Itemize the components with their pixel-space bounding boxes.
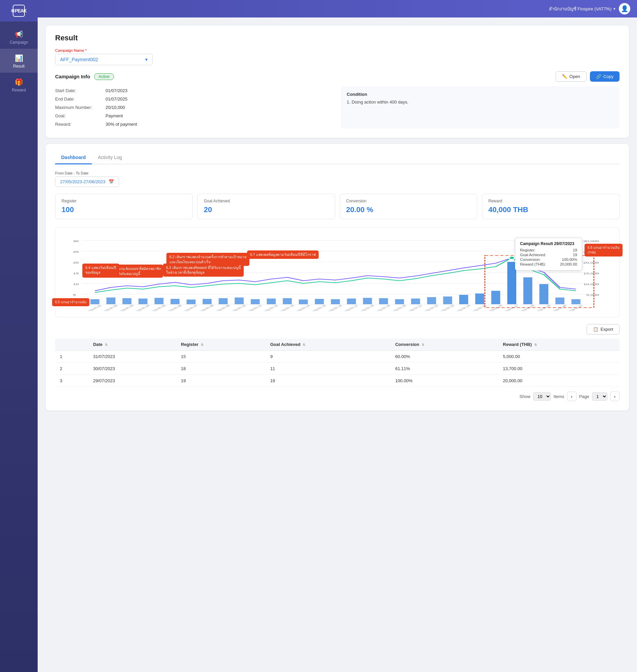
svg-text:2023-07-11: 2023-07-11 <box>246 304 262 311</box>
svg-rect-26 <box>186 299 196 304</box>
svg-rect-34 <box>315 299 324 304</box>
svg-text:2023-07-13: 2023-07-13 <box>278 304 295 311</box>
logo-text: PEAK <box>15 8 26 14</box>
max-number-label: Maximum Number: <box>55 103 106 112</box>
svg-text:30,000: 30,000 <box>583 240 599 243</box>
svg-text:2023-07-06: 2023-07-06 <box>166 304 183 311</box>
stat-goal-achieved: Goal Achieved 20 <box>197 194 335 219</box>
annotation-4: 6.4 แสดงวัน/เดือน/ปีของข้อมูล <box>83 264 119 277</box>
svg-text:2023-07-16: 2023-07-16 <box>326 304 343 311</box>
cell-conversion: 100.00% <box>390 375 498 387</box>
table-row: 3 29/07/2023 19 19 100.00% 20,000.00 <box>55 375 620 387</box>
goal-value: Payment <box>106 112 334 120</box>
status-badge: Active <box>94 73 114 80</box>
sidebar-item-result[interactable]: 📊 Result <box>0 49 38 73</box>
svg-text:15: 15 <box>73 272 79 275</box>
sort-date-icon: ⇅ <box>105 343 108 347</box>
start-date-label: Start Date: <box>55 86 106 95</box>
cell-goal-achieved: 9 <box>266 351 390 363</box>
cell-goal-achieved: 19 <box>266 375 390 387</box>
col-register[interactable]: Register ⇅ <box>176 339 266 351</box>
svg-rect-33 <box>299 299 308 304</box>
reward-icon: 🎁 <box>15 78 23 86</box>
date-picker[interactable]: 27/05/2023-27/06/2023 📅 <box>55 177 119 187</box>
svg-text:2023-07-23: 2023-07-23 <box>438 304 455 311</box>
svg-text:2023-07-20: 2023-07-20 <box>390 304 407 311</box>
svg-rect-27 <box>203 299 212 304</box>
svg-rect-44 <box>475 293 485 304</box>
svg-text:5: 5 <box>73 293 76 296</box>
open-icon: ✏️ <box>562 74 567 79</box>
svg-text:2023-07-22: 2023-07-22 <box>422 304 439 311</box>
max-number-value: 20/10,000 <box>106 103 334 112</box>
reward-label-info: Reward: <box>55 120 106 128</box>
avatar[interactable]: 👤 <box>619 3 630 15</box>
campaign-info-left: Start Date: 01/07/2023 End Date: 01/07/2… <box>55 86 334 128</box>
cell-goal-achieved: 11 <box>266 363 390 375</box>
svg-text:2023-07-09: 2023-07-09 <box>214 304 231 311</box>
cell-reward: 20,000.00 <box>498 375 620 387</box>
open-button[interactable]: ✏️ Open <box>556 71 587 82</box>
cell-conversion: 60.00% <box>390 351 498 363</box>
svg-rect-20 <box>90 299 99 304</box>
company-name[interactable]: สำนักงานบัญชี Finspire (VAT7%) ▾ <box>549 5 616 13</box>
page-select[interactable]: 1 <box>592 392 607 401</box>
campaign-icon: 📢 <box>15 30 23 38</box>
goal-achieved-value: 20 <box>204 205 328 214</box>
campaign-info-grid: Start Date: 01/07/2023 End Date: 01/07/2… <box>55 86 620 128</box>
svg-text:15,000: 15,000 <box>583 272 599 275</box>
cell-conversion: 61.11% <box>390 363 498 375</box>
svg-rect-49 <box>555 297 564 304</box>
date-range-value: 27/05/2023-27/06/2023 <box>60 179 105 184</box>
svg-rect-25 <box>170 299 180 304</box>
per-page-select[interactable]: 10 20 50 <box>533 392 551 401</box>
annotation-7: 6.7 แสดงผลข้อมูลตามวัน/เดือน/ปีที่มีโกรา… <box>247 251 318 259</box>
col-reward[interactable]: Reward (THB) ⇅ <box>498 339 620 351</box>
svg-text:2023-07-14: 2023-07-14 <box>294 304 311 311</box>
prev-page-button[interactable]: ‹ <box>567 392 577 401</box>
svg-rect-28 <box>218 298 228 304</box>
cell-date: 29/07/2023 <box>88 375 176 387</box>
pagination: Show 10 20 50 Items ‹ Page 1 › <box>55 392 620 401</box>
svg-text:2023-07-10: 2023-07-10 <box>230 304 247 311</box>
conversion-value: 20.00 % <box>346 205 471 214</box>
svg-text:2023-07-02: 2023-07-02 <box>102 304 118 311</box>
svg-text:2023-07-08: 2023-07-08 <box>198 304 215 311</box>
topbar: สำนักงานบัญชี Finspire (VAT7%) ▾ 👤 <box>38 0 637 17</box>
svg-rect-32 <box>283 298 292 304</box>
svg-point-53 <box>509 256 514 259</box>
sidebar-item-reward[interactable]: 🎁 Reward <box>0 73 38 96</box>
svg-rect-38 <box>379 298 388 304</box>
svg-rect-39 <box>395 299 404 304</box>
sidebar-item-campaign[interactable]: 📢 Campaign <box>0 25 38 49</box>
col-conversion[interactable]: Conversion ⇅ <box>390 339 498 351</box>
copy-button[interactable]: 🔗 Copy <box>590 71 620 82</box>
logo-icon: ⊞ PEAK <box>13 5 25 17</box>
tab-activity-log[interactable]: Activity Log <box>92 152 128 164</box>
cell-register: 19 <box>176 375 266 387</box>
cell-date: 30/07/2023 <box>88 363 176 375</box>
goal-achieved-label: Goal Achieved <box>204 199 328 203</box>
svg-text:2023-07-17: 2023-07-17 <box>342 304 359 311</box>
campaign-condition-box: Condition 1. Doing action within 400 day… <box>341 86 620 128</box>
col-goal-achieved[interactable]: Goal Achieved ⇅ <box>266 339 390 351</box>
svg-rect-21 <box>107 297 116 304</box>
svg-text:2023-07-04: 2023-07-04 <box>134 304 151 311</box>
campaign-name-select[interactable]: AFF_Payment002 ▾ <box>55 54 152 65</box>
sort-conversion-icon: ⇅ <box>421 343 424 347</box>
svg-rect-40 <box>411 298 420 304</box>
col-date[interactable]: Date ⇅ <box>88 339 176 351</box>
end-date-label: End Date: <box>55 95 106 103</box>
show-label: Show <box>520 394 530 399</box>
annotation-3: 6.3 เส้นกราฟแสดงReward ที่ได้รับจากแคมเป… <box>163 264 244 277</box>
next-page-button[interactable]: › <box>610 392 620 401</box>
tab-dashboard[interactable]: Dashboard <box>55 152 92 164</box>
svg-rect-31 <box>267 298 276 304</box>
svg-rect-23 <box>139 298 148 304</box>
export-button[interactable]: 📋 Export <box>587 324 620 334</box>
campaign-action-buttons: ✏️ Open 🔗 Copy <box>556 71 620 82</box>
svg-rect-37 <box>363 298 372 304</box>
data-table: Date ⇅ Register ⇅ Goal Achieved ⇅ Conver… <box>55 339 620 387</box>
condition-title: Condition <box>347 92 614 97</box>
svg-rect-35 <box>331 299 340 304</box>
